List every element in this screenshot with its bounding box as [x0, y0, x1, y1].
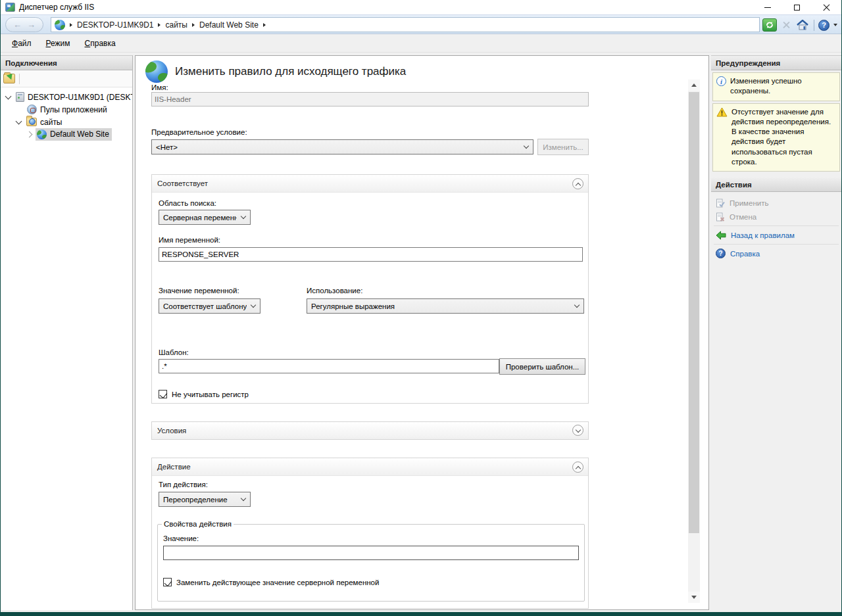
tree-label: Default Web Site	[50, 130, 109, 139]
window-title: Диспетчер служб IIS	[19, 3, 94, 12]
title-bar: Диспетчер служб IIS	[1, 0, 841, 14]
back-to-rules-link[interactable]: Назад к правилам	[711, 228, 841, 242]
chevron-up-icon	[576, 466, 581, 471]
variable-name-input[interactable]	[159, 247, 583, 262]
replace-checkbox-row[interactable]: Заменить действующее значение серверной …	[163, 578, 379, 586]
tree-item-server[interactable]: DESKTOP-U1MK9D1 (DESKTOP	[1, 91, 132, 103]
tree-label: Пулы приложений	[40, 105, 107, 114]
action-type-select[interactable]: Переопределение	[159, 492, 251, 507]
chevron-down-icon[interactable]	[833, 24, 837, 26]
divider	[714, 244, 839, 245]
address-bar: ← → DESKTOP-U1MK9D1 сайты Default Web Si…	[1, 14, 841, 34]
using-value: Регулярные выражения	[311, 302, 395, 310]
action-section: Действие Тип действия: Переопределение С…	[151, 458, 589, 609]
replace-checkbox[interactable]	[163, 578, 172, 586]
collapse-section-button[interactable]	[572, 178, 583, 189]
minimize-icon	[764, 7, 771, 8]
refresh-button[interactable]	[762, 18, 777, 32]
action-type-label: Тип действия:	[159, 481, 208, 488]
home-icon	[797, 20, 808, 30]
menu-help[interactable]: Справка	[78, 36, 123, 51]
stop-button[interactable]	[780, 18, 793, 32]
action-properties-legend: Свойства действия	[162, 520, 234, 528]
action-section-title: Действие	[157, 463, 191, 471]
forward-button[interactable]: →	[27, 20, 36, 29]
tree-item-default-web-site[interactable]: Default Web Site	[1, 128, 132, 141]
info-alert: Изменения успешно сохранены.	[712, 72, 840, 101]
chevron-down-icon[interactable]	[5, 93, 12, 99]
replace-label: Заменить действующее значение серверной …	[176, 579, 379, 586]
help-link[interactable]: Справка	[711, 247, 841, 260]
pattern-input[interactable]	[159, 359, 499, 373]
chevron-down-icon[interactable]	[16, 118, 22, 124]
scope-select[interactable]: Серверная переменн	[159, 210, 251, 225]
minimize-button[interactable]	[753, 0, 782, 14]
chevron-down-icon	[241, 496, 246, 501]
breadcrumb-item-server[interactable]: DESKTOP-U1MK9D1	[77, 20, 153, 30]
breadcrumb-arrow-icon	[70, 23, 72, 27]
site-globe-icon	[37, 130, 47, 139]
action-section-header[interactable]: Действие	[152, 458, 588, 476]
info-icon	[716, 76, 726, 86]
operation-select[interactable]: Соответствует шаблону	[159, 298, 260, 314]
scroll-up-button[interactable]	[688, 80, 700, 91]
actions-header: Действия	[711, 178, 841, 192]
scrollbar-track[interactable]	[688, 91, 700, 592]
chevron-down-icon	[241, 214, 246, 219]
home-button[interactable]	[795, 18, 810, 32]
breadcrumb[interactable]: DESKTOP-U1MK9D1 сайты Default Web Site	[51, 17, 760, 32]
warning-alert: Отсутствует значение для действия переоп…	[712, 103, 840, 172]
match-section-header[interactable]: Соответствует	[152, 175, 588, 193]
using-label: Использование:	[307, 287, 362, 295]
variable-name-label: Имя переменной:	[159, 236, 220, 244]
divider	[714, 225, 839, 226]
ignore-case-checkbox-row[interactable]: Не учитывать регистр	[159, 390, 249, 398]
chevron-up-icon	[576, 183, 581, 188]
menu-file[interactable]: Файл	[5, 36, 39, 51]
close-button[interactable]	[812, 0, 841, 14]
back-button[interactable]: ←	[13, 20, 22, 29]
restore-button[interactable]	[782, 0, 812, 14]
name-input	[151, 92, 589, 107]
value-label: Значение:	[163, 534, 199, 542]
scrollbar-thumb[interactable]	[689, 92, 699, 533]
value-input[interactable]	[163, 546, 579, 560]
breadcrumb-arrow-icon	[158, 23, 161, 27]
scope-value: Серверная переменн	[163, 214, 237, 222]
back-to-rules-label: Назад к правилам	[731, 231, 795, 239]
ignore-case-label: Не учитывать регистр	[172, 391, 249, 398]
apply-label: Применить	[730, 199, 768, 207]
apply-icon	[716, 199, 725, 208]
right-panel: Предупреждения Изменения успешно сохране…	[711, 55, 841, 610]
breadcrumb-item-default-web-site[interactable]: Default Web Site	[199, 20, 259, 30]
menu-bar: Файл Режим Справка	[1, 34, 841, 53]
tree-label: DESKTOP-U1MK9D1 (DESKTOP	[28, 93, 132, 102]
expand-section-button[interactable]	[572, 425, 583, 436]
main-content: Изменить правило для исходящего трафика …	[135, 55, 709, 610]
menu-view[interactable]: Режим	[39, 36, 78, 51]
create-connection-icon[interactable]	[3, 74, 15, 83]
using-select[interactable]: Регулярные выражения	[307, 298, 584, 314]
edit-precondition-button: Изменить...	[537, 139, 589, 155]
chevron-right-icon[interactable]	[26, 131, 33, 138]
iis-manager-window: Диспетчер служб IIS ← → DESKTOP-U1MK9D1 …	[0, 0, 842, 616]
connections-tree: DESKTOP-U1MK9D1 (DESKTOP Пулы приложений…	[1, 87, 132, 141]
conditions-section-header[interactable]: Условия	[152, 422, 588, 439]
precondition-select[interactable]: <Нет>	[151, 139, 533, 154]
tree-item-sites[interactable]: сайты	[1, 116, 132, 128]
collapse-section-button[interactable]	[572, 462, 583, 473]
vertical-scrollbar[interactable]	[688, 80, 700, 603]
warning-alert-text: Отсутствует значение для действия переоп…	[731, 107, 836, 168]
apply-action: Применить	[711, 196, 841, 210]
tree-item-app-pools[interactable]: Пулы приложений	[1, 103, 132, 116]
connections-header: Подключения	[1, 56, 132, 70]
help-icon	[716, 249, 726, 258]
conditions-section: Условия	[151, 421, 589, 440]
ignore-case-checkbox[interactable]	[159, 390, 167, 398]
warnings-header: Предупреждения	[711, 56, 841, 70]
breadcrumb-item-sites[interactable]: сайты	[165, 20, 187, 30]
help-icon[interactable]	[818, 20, 830, 31]
scroll-down-button[interactable]	[688, 592, 700, 603]
test-pattern-button[interactable]: Проверить шаблон...	[499, 358, 585, 375]
match-section: Соответствует Область поиска: Серверная …	[151, 174, 589, 404]
